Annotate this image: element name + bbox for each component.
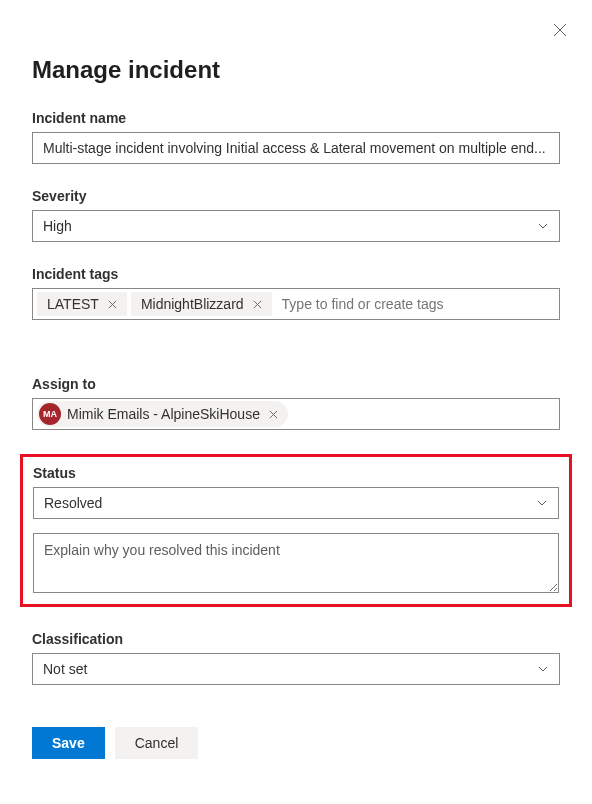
status-explain-textarea[interactable] [33, 533, 559, 593]
page-title: Manage incident [32, 56, 560, 84]
status-highlight-section: Status Resolved [20, 454, 572, 607]
classification-group: Classification Not set [32, 631, 560, 685]
close-icon [269, 410, 278, 419]
status-label: Status [33, 465, 559, 481]
status-explain-group [33, 533, 559, 596]
tag-item: LATEST [37, 292, 127, 316]
severity-select[interactable]: High [32, 210, 560, 242]
cancel-button[interactable]: Cancel [115, 727, 199, 759]
avatar: MA [39, 403, 61, 425]
close-icon [108, 300, 117, 309]
incident-name-input[interactable] [32, 132, 560, 164]
assign-to-group: Assign to MA Mimik Emails - AlpineSkiHou… [32, 376, 560, 430]
assign-to-box[interactable]: MA Mimik Emails - AlpineSkiHouse [32, 398, 560, 430]
close-icon [553, 23, 567, 37]
severity-value: High [43, 218, 72, 234]
classification-label: Classification [32, 631, 560, 647]
tag-remove-button[interactable] [250, 296, 266, 312]
tag-item: MidnightBlizzard [131, 292, 272, 316]
assign-to-label: Assign to [32, 376, 560, 392]
assignee-name: Mimik Emails - AlpineSkiHouse [67, 406, 260, 422]
tag-label: MidnightBlizzard [141, 296, 244, 312]
tag-input[interactable] [276, 292, 555, 316]
save-button[interactable]: Save [32, 727, 105, 759]
tag-label: LATEST [47, 296, 99, 312]
chevron-down-icon [536, 497, 548, 509]
status-value: Resolved [44, 495, 102, 511]
severity-group: Severity High [32, 188, 560, 242]
incident-name-label: Incident name [32, 110, 560, 126]
incident-tags-label: Incident tags [32, 266, 560, 282]
assignee-remove-button[interactable] [266, 406, 282, 422]
incident-name-group: Incident name [32, 110, 560, 164]
close-icon [253, 300, 262, 309]
severity-label: Severity [32, 188, 560, 204]
incident-tags-box[interactable]: LATEST MidnightBlizzard [32, 288, 560, 320]
status-group: Status Resolved [33, 465, 559, 519]
classification-select[interactable]: Not set [32, 653, 560, 685]
incident-tags-group: Incident tags LATEST MidnightBlizzard [32, 266, 560, 320]
tag-remove-button[interactable] [105, 296, 121, 312]
actions-row: Save Cancel [32, 727, 560, 759]
assignee-chip: MA Mimik Emails - AlpineSkiHouse [37, 401, 288, 427]
classification-value: Not set [43, 661, 87, 677]
chevron-down-icon [537, 220, 549, 232]
status-select[interactable]: Resolved [33, 487, 559, 519]
close-button[interactable] [550, 20, 570, 40]
chevron-down-icon [537, 663, 549, 675]
